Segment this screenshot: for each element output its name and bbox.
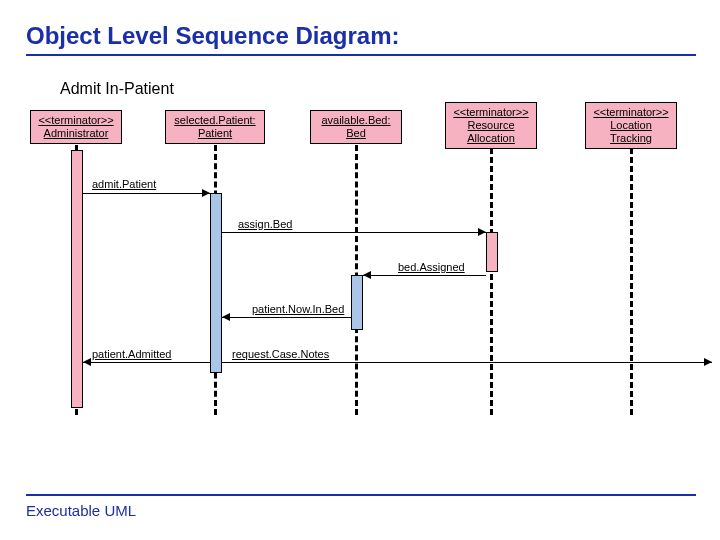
msg-bed-assigned: bed.Assigned [398,261,465,273]
msg-line [83,193,210,195]
actor-name: Administrator [44,127,109,139]
activation-admin [71,150,83,408]
arrow-icon [202,189,210,197]
lifeline-dash [490,148,493,415]
lifeline-administrator: <<terminator>> Administrator [30,110,122,144]
lifeline-patient: selected.Patient: Patient [165,110,265,144]
actor-name: Location [610,119,652,131]
activation-resource [486,232,498,272]
msg-line [83,362,210,364]
actor-name2: Tracking [610,132,652,144]
title-underline [26,54,696,56]
activation-bed [351,275,363,330]
page-title: Object Level Sequence Diagram: [26,22,399,50]
actor-stereotype: <<terminator>> [38,114,113,126]
msg-line [222,362,712,364]
arrow-icon [478,228,486,236]
actor-name: selected.Patient: [174,114,255,126]
actor-name2: Allocation [467,132,515,144]
usecase-label: Admit In-Patient [60,80,174,98]
arrow-icon [222,313,230,321]
msg-patient-admitted: patient.Admitted [92,348,172,360]
activation-patient [210,193,222,373]
msg-line [363,275,486,277]
msg-line [222,317,351,319]
lifeline-bed: available.Bed: Bed [310,110,402,144]
msg-patient-now-in-bed: patient.Now.In.Bed [252,303,344,315]
lifeline-dash [630,148,633,415]
actor-class: Bed [346,127,366,139]
msg-admit-patient: admit.Patient [92,178,156,190]
arrow-icon [83,358,91,366]
actor-class: Patient [198,127,232,139]
actor-name: Resource [467,119,514,131]
lifeline-resource-allocation: <<terminator>> Resource Allocation [445,102,537,149]
msg-assign-bed: assign.Bed [238,218,292,230]
actor-name: available.Bed: [321,114,390,126]
arrow-icon [363,271,371,279]
actor-stereotype: <<terminator>> [593,106,668,118]
actor-stereotype: <<terminator>> [453,106,528,118]
arrow-icon [704,358,712,366]
msg-line [222,232,486,234]
footer-text: Executable UML [26,502,136,519]
footer-line [26,494,696,496]
lifeline-location-tracking: <<terminator>> Location Tracking [585,102,677,149]
msg-request-case-notes: request.Case.Notes [232,348,329,360]
